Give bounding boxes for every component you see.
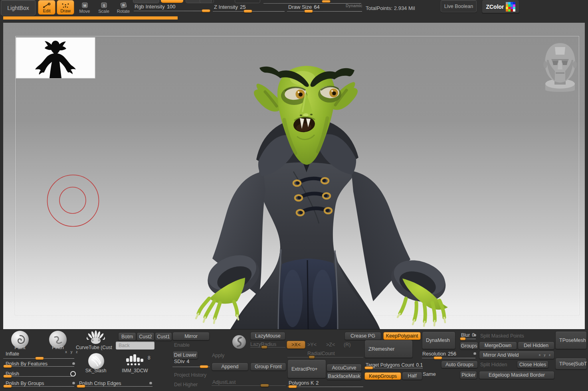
polish-by-features-handle[interactable] [3,365,12,368]
merge-down-label: MergeDown [485,343,511,348]
pinch-brush-label[interactable]: Pinch [45,345,71,350]
close-holes-button[interactable]: Close Holes [517,361,548,368]
tpose-mesh-button[interactable]: TPoseMesh [555,331,587,349]
rgb-intensity-track[interactable] [134,11,210,11]
tpose-subt-button[interactable]: TPose|SubT [555,358,587,369]
symmetry-x-button[interactable]: >X< [287,341,305,349]
merge-down-button[interactable]: MergeDown [479,342,517,350]
append-label: Append [221,364,238,369]
top-toolbar: LightBox Edit Draw M Move S Scale [0,0,588,23]
polish-by-features-track[interactable] [3,366,74,367]
scale-button[interactable]: S Scale [95,0,113,15]
slash-glyph [88,353,104,369]
polygons-k-handle[interactable] [288,385,297,388]
scale-label: Scale [98,9,109,14]
picker-button[interactable]: Picker [460,371,477,379]
resolution-mode-dot[interactable] [473,352,476,355]
z-intensity-slider-label: Z Intensity25 [214,4,245,10]
split-masked-points-disabled: Split Masked Points [480,333,524,339]
polish-crisp-edges-mode-dot[interactable] [149,382,152,385]
sdiv-handle[interactable] [200,365,208,368]
polish-by-features-mode-dot[interactable] [72,362,75,365]
focal-shift-handle[interactable] [322,0,331,3]
xyz-indicator[interactable]: x y z [65,350,79,354]
polygons-k-track[interactable] [287,387,363,387]
accucurve-button[interactable]: AccuCurve [327,364,362,371]
group-front-button[interactable]: Group Front [250,363,286,371]
mirror-and-weld-button[interactable]: Mirror And Weld x y z [479,351,554,359]
rgb-intensity-handle[interactable] [202,9,210,12]
rgb-intensity-slider-label: Rgb Intensity100 [135,4,176,10]
edgeloop-masked-border-button[interactable]: Edgeloop Masked Border [479,371,554,379]
svg-text:S: S [103,4,105,8]
same-button[interactable]: Same [423,371,436,377]
resolution-track[interactable] [422,358,475,358]
polish-mode-ring[interactable] [70,371,76,377]
transpose-icon [42,3,51,8]
sk-slash-brush-label[interactable]: SK_Slash [82,368,109,373]
blur-handle[interactable] [460,337,466,340]
imm-3dcw-brush-icon[interactable] [125,354,145,367]
live-boolean-label: Live Boolean [444,4,473,9]
blur-mode-dot[interactable] [473,334,476,337]
botm-button[interactable]: Botm [118,332,136,341]
curvetube-brush-label[interactable]: CurveTube (Cust [76,345,112,350]
auto-groups-label: Auto Groups [445,362,473,367]
auto-groups-button[interactable]: Auto Groups [441,361,478,368]
paint-brush-label[interactable]: Paint [7,345,33,350]
resolution-handle[interactable] [434,356,442,359]
lightbox-button[interactable]: LightBox [1,0,36,16]
polish-crisp-edges-handle[interactable] [77,385,85,388]
back-field[interactable]: Back [116,342,154,350]
draw-size-handle[interactable] [304,10,313,13]
polish-handle[interactable] [3,375,12,378]
cust2-button[interactable]: Cust2 [137,332,154,341]
del-hidden-label: Del Hidden [524,343,548,348]
backface-mask-button[interactable]: BackfaceMask [327,372,362,380]
z-intensity-handle[interactable] [244,10,252,13]
move-button[interactable]: M Move [75,0,94,15]
curvetube-brush-icon[interactable] [85,330,106,345]
edgeloop-masked-border-label: Edgeloop Masked Border [489,372,545,378]
stub-button-active[interactable] [161,0,183,3]
zcolor-button[interactable]: ZColor [482,0,519,13]
sculpt-canvas[interactable] [3,23,585,329]
polish-by-groups-handle[interactable] [3,385,12,388]
lazymouse-button[interactable]: LazyMouse [250,332,285,340]
adjust-last-disabled: AdjustLast [212,379,236,385]
keep-polypaint-button[interactable]: KeepPolypaint [383,332,421,340]
half-button[interactable]: Half [402,372,422,380]
live-boolean-button[interactable]: Live Boolean [441,0,477,12]
stub-button[interactable] [133,0,159,3]
inflate-handle[interactable] [35,357,44,360]
dynamesh-button[interactable]: DynaMesh [422,332,455,349]
sdiv-slider-label: SDiv4 [174,359,189,364]
sk-slash-brush-icon[interactable] [88,353,104,369]
stub-button[interactable] [235,0,260,3]
keep-groups-button[interactable]: KeepGroups [364,372,401,380]
mirror-button[interactable]: Mirror [172,332,210,340]
del-hidden-button[interactable]: Del Hidden [518,342,554,350]
zremesher-button[interactable]: ZRemesher [364,340,413,358]
crease-pg-button[interactable]: Crease PG [344,332,381,340]
cust2-label: Cust2 [139,334,152,340]
rotate-button[interactable]: R Rotate [114,0,133,15]
edit-button[interactable]: Edit [38,0,55,15]
append-button[interactable]: Append [212,363,248,371]
cust1-button[interactable]: Cust1 [155,332,172,341]
draw-size-track[interactable] [287,11,362,12]
extract-pro-button[interactable]: ExtractPro+ [287,359,326,378]
target-polygons-handle[interactable] [364,366,373,369]
del-lower-button[interactable]: Del Lower [172,351,198,359]
groups-button[interactable]: Groups [460,342,478,350]
stub-button[interactable] [200,0,214,3]
polish-by-groups-mode-dot[interactable] [72,382,75,385]
polish-crisp-edges-track[interactable] [77,386,152,387]
imm-3dcw-brush-label[interactable]: IMM_3DCW [120,368,150,373]
extract-pro-label: ExtractPro+ [291,366,318,372]
draw-button[interactable]: Draw [57,0,74,15]
polish-track[interactable] [3,376,74,377]
polish-by-groups-track[interactable] [3,386,74,387]
dynamic-label[interactable]: Dynamic [346,4,362,8]
apply-button-disabled: Apply [212,353,224,358]
